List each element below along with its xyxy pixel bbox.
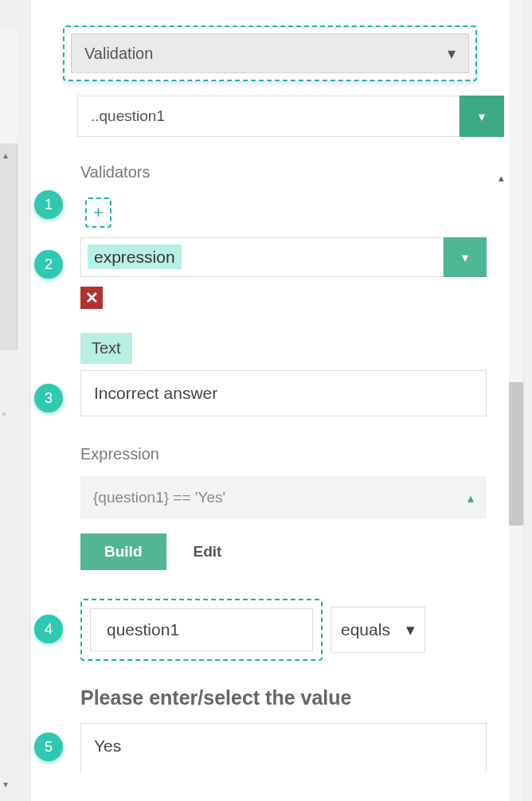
add-validator-highlight: + [85, 197, 111, 228]
validation-title: Validation [84, 45, 153, 63]
step-badge-4: 4 [34, 615, 63, 643]
scroll-down-icon[interactable]: ▾ [3, 779, 8, 790]
validator-type-value: expression [88, 244, 182, 269]
chevron-down-icon: ▾ [448, 44, 456, 63]
close-icon: ✕ [85, 288, 99, 307]
question-select-row: ..question1 ▾ [77, 96, 504, 137]
step-badge-2: 2 [34, 250, 63, 279]
validators-label: Validators [80, 163, 150, 182]
build-button[interactable]: Build [80, 533, 166, 570]
expression-display[interactable]: {question1} == 'Yes' ▴ [80, 476, 487, 519]
left-gutter [0, 143, 18, 350]
edit-button[interactable]: Edit [190, 533, 225, 570]
scroll-up-icon[interactable]: ▴ [3, 150, 8, 161]
left-gutter-top [0, 28, 18, 143]
properties-panel: ▴ Validation ▾ ..question1 ▾ Validators … [30, 0, 524, 801]
expression-code: {question1} == 'Yes' [93, 489, 225, 506]
condition-field-input[interactable]: question1 [90, 608, 313, 651]
condition-field-highlight: question1 [80, 599, 323, 661]
condition-operator-select[interactable]: equals ▾ [331, 607, 425, 653]
text-field-label: Text [80, 333, 132, 364]
operator-value: equals [341, 620, 390, 639]
chevron-down-icon: ▾ [406, 620, 415, 639]
validator-type-row: expression ▾ [80, 237, 487, 277]
validation-header[interactable]: Validation ▾ [71, 33, 469, 73]
validator-type-select[interactable]: expression [80, 237, 444, 277]
delete-validator-button[interactable]: ✕ [80, 287, 103, 309]
chevron-down-icon: ▾ [479, 109, 485, 124]
condition-row: question1 equals ▾ [80, 599, 425, 661]
value-prompt-label: Please enter/select the value [80, 686, 351, 709]
expression-label: Expression [80, 445, 159, 463]
collapse-sidebar-icon[interactable]: ‹ › [2, 409, 4, 418]
scrollbar-thumb[interactable] [509, 382, 523, 526]
question-select-toggle[interactable]: ▾ [460, 96, 504, 137]
chevron-up-icon: ▴ [467, 490, 474, 506]
error-text-input[interactable]: Incorrect answer [80, 370, 487, 416]
validation-section-highlight: Validation ▾ [63, 25, 477, 81]
condition-value-input[interactable]: Yes [80, 723, 487, 773]
expression-actions: Build Edit [80, 533, 225, 570]
step-badge-3: 3 [34, 384, 63, 412]
validator-type-toggle[interactable]: ▾ [444, 237, 487, 277]
collapse-section-icon[interactable]: ▴ [499, 172, 504, 184]
step-badge-5: 5 [34, 733, 63, 761]
scrollbar-track[interactable] [509, 0, 523, 801]
add-validator-button[interactable]: + [93, 202, 104, 223]
chevron-down-icon: ▾ [462, 250, 468, 265]
question-select-value[interactable]: ..question1 [77, 96, 460, 137]
step-badge-1: 1 [34, 190, 63, 219]
